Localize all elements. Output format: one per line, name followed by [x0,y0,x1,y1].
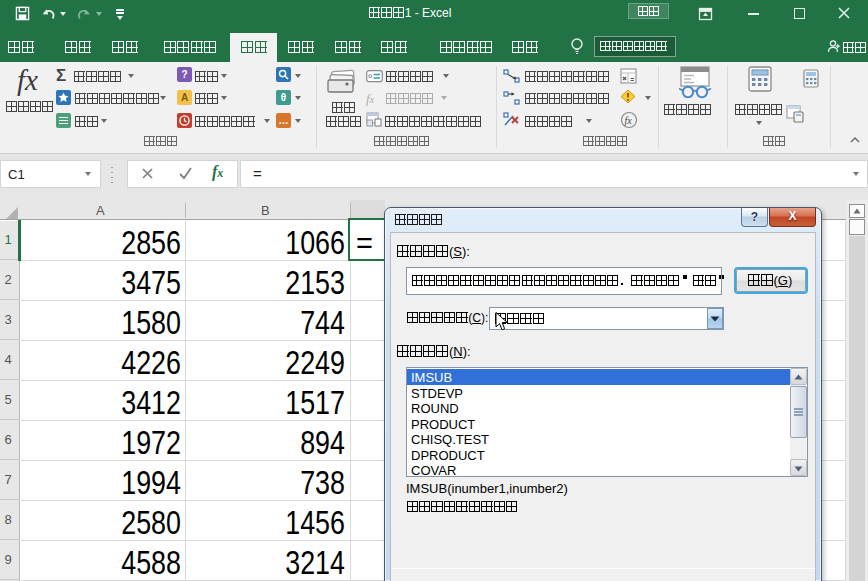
svg-text:fx: fx [625,115,633,126]
